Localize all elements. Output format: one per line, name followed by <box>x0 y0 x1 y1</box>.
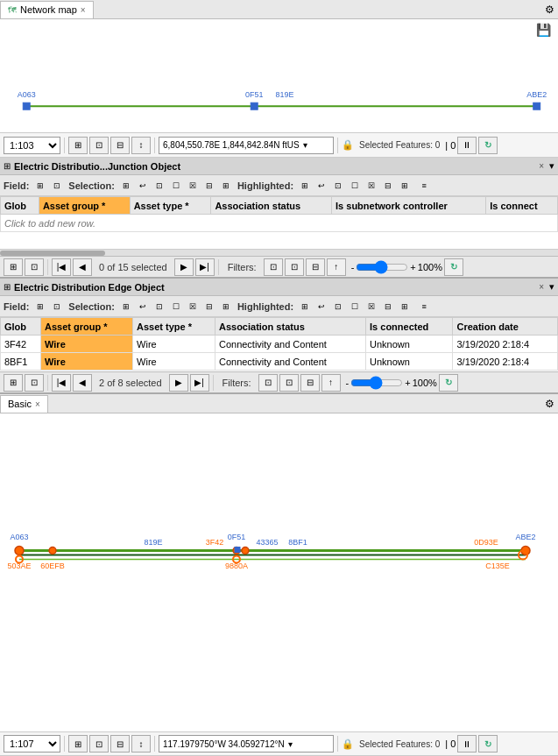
bottom-grid-btn[interactable]: ⊟ <box>110 735 130 752</box>
filter2-opt-2[interactable]: ⊡ <box>279 374 299 392</box>
junction-scroll-thumb[interactable] <box>0 251 105 256</box>
network-map-tab[interactable]: 🗺 Network map × <box>0 1 94 18</box>
col-asset-group-2[interactable]: Asset group * <box>41 318 133 336</box>
edge-last-btn[interactable]: ▶| <box>190 374 209 392</box>
edge-first-btn[interactable]: |◀ <box>52 374 71 392</box>
field-icon-1[interactable]: ⊞ <box>32 178 48 194</box>
panel-settings-icon[interactable]: ⚙ <box>541 2 558 18</box>
sel-icon-5[interactable]: ☒ <box>185 178 201 194</box>
edge-view-btn[interactable]: ⊡ <box>25 374 44 392</box>
zoom-selection-btn[interactable]: ⊡ <box>89 137 109 154</box>
bottom-coord-dropdown[interactable]: ▾ <box>288 739 293 749</box>
node-bottom-0F51-sq[interactable] <box>235 548 240 553</box>
grid-btn[interactable]: ⊟ <box>110 137 130 154</box>
hl2-icon-1[interactable]: ⊞ <box>297 299 313 314</box>
bottom-refresh-btn[interactable]: ↻ <box>478 735 498 752</box>
junction-view-btn[interactable]: ⊡ <box>25 258 44 276</box>
junction-panel-close[interactable]: × <box>539 161 544 171</box>
bottom-scale-select[interactable]: 1:107 <box>4 735 60 752</box>
save-icon[interactable]: 💾 <box>536 23 551 37</box>
sel-icon-6[interactable]: ⊟ <box>201 178 217 194</box>
scale-select[interactable]: 1:103 <box>4 137 60 154</box>
junction-scroll[interactable] <box>0 249 558 256</box>
sel2-icon-1[interactable]: ⊞ <box>118 299 134 314</box>
bottom-pause-btn[interactable]: ⏸ <box>457 735 477 752</box>
junction-next-btn[interactable]: ▶ <box>174 258 194 276</box>
hl2-icon-4[interactable]: ☐ <box>347 299 363 314</box>
junction-panel-expand[interactable]: ▾ <box>549 160 554 172</box>
filter-opt-3[interactable]: ⊟ <box>306 258 325 276</box>
filter-opt-4[interactable]: ↑ <box>327 258 346 276</box>
node-A063[interactable] <box>23 102 30 110</box>
hl2-icon-3[interactable]: ⊡ <box>330 299 346 314</box>
network-map-tab-close[interactable]: × <box>81 5 86 15</box>
zoom-slider-1[interactable]: - + 100% <box>351 262 442 272</box>
sel-icon-4[interactable]: ☐ <box>168 178 184 194</box>
edge-prev-btn[interactable]: ◀ <box>73 374 92 392</box>
sel-icon-7[interactable]: ⊞ <box>218 178 234 194</box>
filter-opt-1[interactable]: ⊡ <box>264 258 283 276</box>
sel-icon-3[interactable]: ⊡ <box>152 178 167 194</box>
edge-row-2[interactable]: 8BF1 Wire Wire Connectivity and Content … <box>1 353 558 371</box>
sel2-icon-3[interactable]: ⊡ <box>152 299 167 314</box>
filter-opt-2[interactable]: ⊡ <box>285 258 304 276</box>
junction-add-row[interactable]: Click to add new row. <box>1 215 558 232</box>
hl2-icon-2[interactable]: ↩ <box>314 299 329 314</box>
hl-icon-5[interactable]: ☒ <box>364 178 379 194</box>
junction-first-btn[interactable]: |◀ <box>52 258 71 276</box>
filter2-opt-1[interactable]: ⊡ <box>258 374 278 392</box>
filter2-opt-4[interactable]: ↑ <box>321 374 341 392</box>
field2-icon-1[interactable]: ⊞ <box>32 299 48 314</box>
field-icon-2[interactable]: ⊡ <box>49 178 65 194</box>
panel1-settings[interactable]: ≡ <box>416 178 432 194</box>
zoom-range-2[interactable] <box>350 378 403 388</box>
basic-tab[interactable]: Basic × <box>0 395 48 413</box>
junction-last-btn[interactable]: ▶| <box>195 258 215 276</box>
hl2-icon-5[interactable]: ☒ <box>364 299 379 314</box>
bottom-zoom-sel-btn[interactable]: ⊡ <box>89 735 109 752</box>
node-ABE2[interactable] <box>533 102 540 110</box>
bottom-pan-btn[interactable]: ↕ <box>131 735 151 752</box>
field2-icon-2[interactable]: ⊡ <box>49 299 65 314</box>
edge-row-1[interactable]: 3F42 Wire Wire Connectivity and Content … <box>1 336 558 353</box>
pan-btn[interactable]: ↕ <box>131 137 151 154</box>
edge-add-btn[interactable]: ⊞ <box>4 374 23 392</box>
col-asset-group-1[interactable]: Asset group * <box>39 197 130 215</box>
sel2-icon-6[interactable]: ⊟ <box>201 299 217 314</box>
sel2-icon-2[interactable]: ↩ <box>135 299 151 314</box>
filter2-opt-3[interactable]: ⊟ <box>300 374 320 392</box>
sel-icon-1[interactable]: ⊞ <box>118 178 134 194</box>
zoom-range-1[interactable] <box>356 262 408 272</box>
hl-icon-4[interactable]: ☐ <box>347 178 363 194</box>
hl-icon-6[interactable]: ⊟ <box>380 178 396 194</box>
sel-icon-2[interactable]: ↩ <box>135 178 151 194</box>
sel2-icon-5[interactable]: ☒ <box>185 299 201 314</box>
hl-icon-1[interactable]: ⊞ <box>297 178 313 194</box>
hl2-icon-6[interactable]: ⊟ <box>380 299 396 314</box>
edge-next-btn[interactable]: ▶ <box>169 374 188 392</box>
coord-dropdown-icon[interactable]: ▾ <box>303 140 307 150</box>
basic-tab-close[interactable]: × <box>35 399 40 409</box>
hl-icon-7[interactable]: ⊞ <box>397 178 413 194</box>
panel2-settings[interactable]: ≡ <box>416 299 432 314</box>
zoom-sync-1[interactable]: ↻ <box>444 258 463 276</box>
junction-prev-btn[interactable]: ◀ <box>73 258 92 276</box>
hl2-icon-7[interactable]: ⊞ <box>397 299 413 314</box>
zoom-sync-2[interactable]: ↻ <box>439 374 458 392</box>
node-bottom-60EFB[interactable] <box>49 548 56 555</box>
junction-add-btn[interactable]: ⊞ <box>4 258 23 276</box>
hl-icon-2[interactable]: ↩ <box>314 178 329 194</box>
node-bottom-A063[interactable] <box>15 547 24 555</box>
sel2-icon-4[interactable]: ☐ <box>168 299 184 314</box>
pause-btn[interactable]: ⏸ <box>457 137 477 154</box>
sel2-icon-7[interactable]: ⊞ <box>218 299 234 314</box>
node-0F51[interactable] <box>251 102 258 110</box>
node-bottom-3F42[interactable] <box>242 548 249 555</box>
zoom-slider-2[interactable]: - + 100% <box>346 378 437 388</box>
edge-panel-expand[interactable]: ▾ <box>549 281 554 293</box>
basic-panel-settings[interactable]: ⚙ <box>541 396 558 412</box>
zoom-full-btn[interactable]: ⊞ <box>68 137 88 154</box>
edge-panel-close[interactable]: × <box>539 282 544 292</box>
bottom-zoom-full-btn[interactable]: ⊞ <box>68 735 88 752</box>
hl-icon-3[interactable]: ⊡ <box>330 178 346 194</box>
